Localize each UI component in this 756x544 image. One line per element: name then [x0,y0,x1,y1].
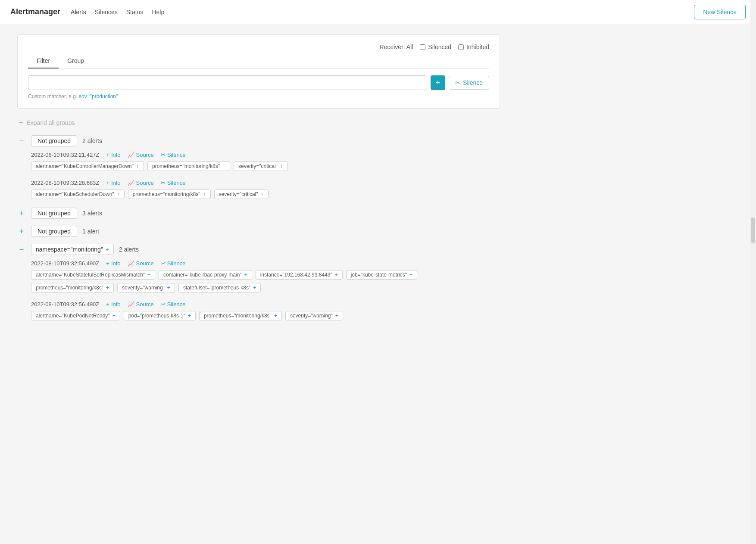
tag-text-4-1-1: container="kube-rbac-proxy-main" [163,272,242,278]
silenced-checkbox[interactable] [420,44,425,50]
tag-plus-1-2-0[interactable]: + [117,191,120,197]
tags-row-1-1: alertname="KubeControllerManagerDown" + … [31,162,500,171]
group-badge-1: Not grouped [31,135,77,146]
info-plus-icon-1-2: + [106,180,109,186]
source-label-1-1: Source [136,152,154,158]
silence-label-4-2: Silence [167,301,186,308]
tag-plus-4-1-2[interactable]: + [335,272,338,278]
tag-plus-1-1-2[interactable]: + [280,163,283,169]
tag-plus-4-2-1[interactable]: + [188,313,191,319]
nav-silences[interactable]: Silences [95,7,118,17]
tag-plus-4-1-3[interactable]: + [409,272,412,278]
silence-icon-1-2: ✂ [161,180,166,186]
tag-plus-4-2-2[interactable]: + [274,313,277,319]
alert-time-4-2: 2022-08-10T09:32:56.490Z [31,301,99,308]
tags-row-4-2: alertname="KubePodNotReady" + pod="prome… [31,311,500,320]
expand-all-label: Expand all groups [26,119,75,126]
info-label-1-1: Info [111,152,121,158]
group-header-4: − namespace="monitoring" + 2 alerts [17,244,500,255]
collapse-btn-3[interactable]: + [17,227,26,236]
scrollbar-thumb[interactable] [751,218,755,243]
collapse-btn-2[interactable]: + [17,209,26,218]
tag-plus-4-1-6[interactable]: + [253,285,256,291]
tag-1-1-0: alertname="KubeControllerManagerDown" + [31,162,144,171]
source-link-1-1[interactable]: 📈 Source [128,152,154,158]
info-link-4-2[interactable]: + Info [106,301,120,308]
silence-icon-4-2: ✂ [161,301,166,308]
silence-link-1-2[interactable]: ✂ Silence [161,180,186,186]
silence-label-4-1: Silence [167,260,186,267]
tab-filter[interactable]: Filter [28,54,59,68]
source-icon-4-2: 📈 [128,301,134,308]
filter-card: Receiver: All Silenced Inhibited Filter … [17,34,500,109]
tab-group[interactable]: Group [59,54,93,68]
tag-plus-4-2-0[interactable]: + [112,313,116,319]
inhibited-checkbox[interactable] [458,44,464,50]
inhibited-checkbox-label[interactable]: Inhibited [458,44,489,50]
source-link-1-2[interactable]: 📈 Source [128,180,154,186]
alert-meta-4-2: 2022-08-10T09:32:56.490Z + Info 📈 Source… [31,301,500,308]
silence-link-4-1[interactable]: ✂ Silence [161,260,186,267]
silence-link-1-1[interactable]: ✂ Silence [161,152,186,158]
alert-meta-1-2: 2022-08-10T09:32:28.683Z + Info 📈 Source… [31,180,500,186]
source-icon-4-1: 📈 [128,260,134,267]
source-link-4-1[interactable]: 📈 Source [128,260,154,267]
nav-help[interactable]: Help [152,7,164,17]
expand-all-button[interactable]: + Expand all groups [17,119,500,127]
nav-status[interactable]: Status [126,7,144,17]
source-label-4-1: Source [136,260,154,267]
collapse-btn-4[interactable]: − [17,245,26,254]
tag-text-4-2-0: alertname="KubePodNotReady" [36,313,110,319]
tag-text-4-1-6: statefulset="prometheus-k8s" [183,285,250,291]
group-badge-4-text: namespace="monitoring" [36,246,103,253]
silence-icon-1-1: ✂ [161,152,166,158]
tag-plus-1-2-2[interactable]: + [260,191,263,197]
tag-plus-4-1-0[interactable]: + [147,272,150,278]
badge-plus-4[interactable]: + [106,246,109,253]
tags-row-4-1: alertname="KubeStatefulSetReplicasMismat… [31,270,500,292]
source-link-4-2[interactable]: 📈 Source [128,301,154,308]
tag-plus-4-1-4[interactable]: + [106,285,109,291]
silenced-label: Silenced [428,44,451,50]
info-label-4-1: Info [111,260,121,267]
group-badge-2: Not grouped [31,208,77,219]
alerts-count-3: 1 alert [82,228,99,235]
group-badge-4: namespace="monitoring" + [31,244,114,255]
filter-hint-example[interactable]: env="production" [78,93,118,99]
filter-hint: Custom matcher, e.g. env="production" [28,93,489,99]
filter-silence-button[interactable]: ✂ Silence [449,76,489,90]
tag-4-1-6: statefulset="prometheus-k8s" + [178,283,261,292]
tag-text-4-1-2: instance="192.168.42.93:8443" [260,272,332,278]
info-link-1-2[interactable]: + Info [106,180,120,186]
silence-link-4-2[interactable]: ✂ Silence [161,301,186,308]
group-header-2: + Not grouped 3 alerts [17,208,500,219]
silenced-checkbox-label[interactable]: Silenced [420,44,451,50]
tag-plus-4-1-1[interactable]: + [244,272,247,278]
alert-item-4-2: 2022-08-10T09:32:56.490Z + Info 📈 Source… [31,301,500,320]
info-link-1-1[interactable]: + Info [106,152,120,158]
new-silence-button[interactable]: New Silence [694,5,746,19]
tag-plus-1-1-1[interactable]: + [222,163,225,169]
tag-plus-1-1-0[interactable]: + [136,163,139,169]
filter-add-button[interactable]: + [431,75,445,90]
collapse-btn-1[interactable]: − [17,137,26,146]
tag-1-1-2: severity="critical" + [234,162,288,171]
inhibited-label: Inhibited [466,44,489,50]
alert-item-1-2: 2022-08-10T09:32:28.683Z + Info 📈 Source… [31,180,500,199]
tag-plus-4-2-3[interactable]: + [335,313,338,319]
filter-input[interactable] [28,75,427,90]
scrollbar[interactable] [750,0,756,339]
tag-1-2-2: severity="critical" + [214,190,269,199]
info-link-4-1[interactable]: + Info [106,260,120,267]
nav-alerts[interactable]: Alerts [71,7,86,17]
tag-plus-4-1-5[interactable]: + [167,285,170,291]
tag-4-1-3: job="kube-state-metrics" + [346,270,417,280]
alert-item-1-1: 2022-08-10T09:32:21.427Z + Info 📈 Source… [31,152,500,171]
receiver-label: Receiver: All [380,44,413,50]
tag-4-1-4: prometheus="monitoring/k8s" + [31,283,114,292]
alert-item-4-1: 2022-08-10T09:32:56.490Z + Info 📈 Source… [31,260,500,292]
info-plus-icon-1-1: + [106,152,109,158]
tag-1-2-1: prometheus="monitoring/k8s" + [128,190,211,199]
navbar: Alertmanager Alerts Silences Status Help… [0,0,756,24]
tag-plus-1-2-1[interactable]: + [203,191,206,197]
